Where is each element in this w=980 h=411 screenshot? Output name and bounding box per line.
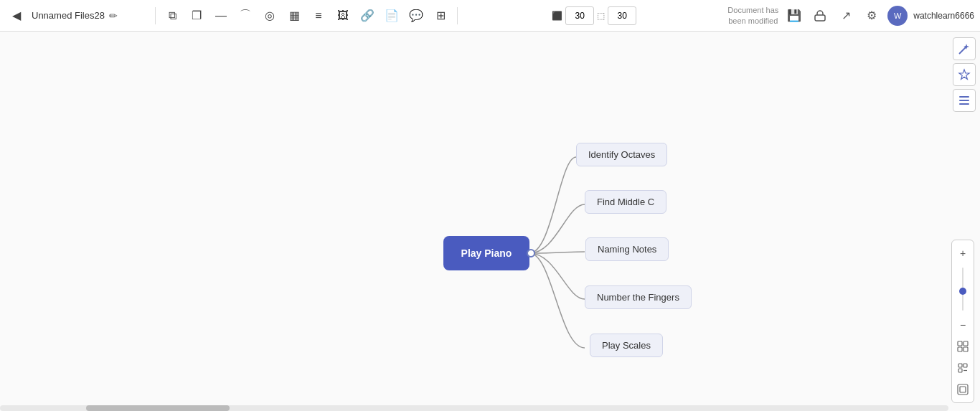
- canvas-area: Play Piano Identify Octaves Find Middle …: [0, 32, 980, 411]
- save-local-icon[interactable]: 💾: [784, 6, 804, 26]
- zoom-slider-track: [962, 268, 963, 311]
- doc-status: Document has been modified: [727, 5, 778, 26]
- svg-rect-5: [959, 103, 969, 105]
- central-node[interactable]: Play Piano: [443, 236, 529, 270]
- font-size-label-1: ⬛: [552, 11, 562, 21]
- svg-line-1: [959, 47, 966, 54]
- username: watchlearn6666: [913, 11, 974, 21]
- zoom-slider-thumb[interactable]: [959, 288, 966, 295]
- central-node-label: Play Piano: [461, 247, 512, 259]
- comment-tool-button[interactable]: ◎: [259, 5, 281, 27]
- zoom-fit2-button[interactable]: [953, 358, 973, 378]
- avatar[interactable]: W: [887, 6, 908, 26]
- zoom-panel: + −: [951, 240, 974, 403]
- svg-rect-0: [815, 15, 825, 21]
- branch-node-identify-octaves[interactable]: Identify Octaves: [576, 143, 667, 166]
- svg-rect-3: [959, 96, 969, 98]
- edit-title-icon[interactable]: ✏: [109, 10, 118, 22]
- svg-rect-10: [958, 364, 962, 367]
- zoom-fit-button[interactable]: [953, 336, 973, 356]
- svg-rect-7: [963, 341, 968, 346]
- export-icon[interactable]: ↗: [836, 6, 856, 26]
- font-size-input-1[interactable]: [565, 6, 594, 25]
- doc-tool-button[interactable]: 📄: [381, 5, 402, 27]
- branch-node-number-fingers[interactable]: Number the Fingers: [585, 285, 692, 309]
- svg-marker-2: [959, 70, 969, 80]
- svg-rect-6: [958, 341, 962, 346]
- font-size-input-2[interactable]: [608, 6, 636, 25]
- zoom-out-button[interactable]: −: [953, 315, 973, 335]
- svg-rect-4: [959, 100, 969, 101]
- share-icon[interactable]: ⚙: [862, 6, 882, 26]
- link-tool-button[interactable]: 🔗: [357, 5, 378, 27]
- toolbar-right: Document has been modified 💾 ↗ ⚙ W watch…: [727, 5, 974, 26]
- curve-tool-button[interactable]: ⌒: [235, 5, 256, 27]
- branch-node-find-middle-c[interactable]: Find Middle C: [585, 190, 666, 214]
- image-tool-button[interactable]: 🖼: [332, 5, 354, 27]
- divider-1: [155, 7, 156, 24]
- svg-rect-8: [958, 347, 962, 351]
- top-right-panel: [948, 32, 980, 118]
- table1-tool-button[interactable]: ▦: [283, 5, 305, 27]
- copy-tool-button[interactable]: ⧉: [161, 5, 183, 27]
- svg-rect-11: [963, 364, 967, 367]
- zoom-in-button[interactable]: +: [953, 243, 973, 263]
- line-tool-button[interactable]: —: [210, 5, 232, 27]
- svg-rect-14: [958, 384, 968, 395]
- list-button[interactable]: [953, 89, 976, 112]
- toolbar-left: ◀ Unnamed Files28 ✏: [6, 5, 149, 27]
- document-title: Unnamed Files28: [32, 10, 105, 21]
- svg-rect-12: [958, 369, 962, 372]
- table2-tool-button[interactable]: ≡: [308, 5, 329, 27]
- save-cloud-icon[interactable]: [810, 6, 830, 26]
- divider-2: [457, 7, 458, 24]
- toolbar: ◀ Unnamed Files28 ✏ ⧉ ❐ — ⌒ ◎ ▦ ≡ 🖼 🔗 📄 …: [0, 0, 980, 32]
- star-button[interactable]: [953, 63, 976, 86]
- branch-node-play-scales[interactable]: Play Scales: [590, 334, 663, 357]
- back-button[interactable]: ◀: [6, 5, 27, 27]
- central-node-dot: [527, 249, 535, 258]
- svg-rect-9: [963, 347, 968, 351]
- zoom-fit3-button[interactable]: [953, 379, 973, 400]
- magic-wand-button[interactable]: [953, 37, 976, 60]
- toolbar-center: ⬛ ⬚: [463, 6, 725, 25]
- mindmap-svg: [0, 32, 980, 411]
- font-size-label-2: ⬚: [597, 11, 605, 21]
- grid-tool-button[interactable]: ⊞: [430, 5, 451, 27]
- chat-tool-button[interactable]: 💬: [405, 5, 427, 27]
- scrollbar-thumb[interactable]: [86, 405, 230, 411]
- duplicate-tool-button[interactable]: ❐: [186, 5, 207, 27]
- branch-node-naming-notes[interactable]: Naming Notes: [585, 237, 669, 261]
- svg-rect-15: [960, 387, 966, 392]
- bottom-scrollbar[interactable]: [0, 405, 948, 411]
